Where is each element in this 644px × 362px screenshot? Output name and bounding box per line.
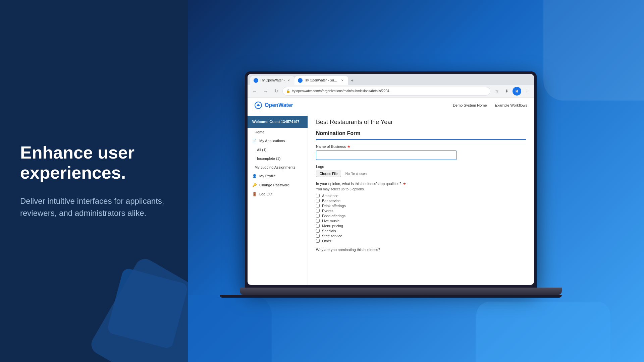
- name-of-business-input[interactable]: [316, 150, 457, 160]
- checkbox-label-8: Staff service: [322, 234, 342, 238]
- password-icon: 🔑: [252, 183, 257, 187]
- sidebar-applications-label: My Applications: [259, 139, 285, 143]
- checkbox-label-4: Food offerings: [322, 214, 345, 218]
- sidebar-password-label: Change Password: [259, 183, 289, 187]
- checkbox-events[interactable]: [316, 209, 320, 213]
- browser-tab-1[interactable]: Try OpenWater - ✕: [250, 76, 294, 85]
- browser-tab-2[interactable]: Try OpenWater - Submission ✕: [294, 76, 348, 85]
- page-title: Best Restaurants of the Year: [316, 119, 526, 126]
- checkbox-item-3: Events: [316, 209, 526, 213]
- checkbox-drink-offerings[interactable]: [316, 204, 320, 207]
- tab-label-2: Try OpenWater - Submission: [304, 78, 338, 82]
- checkbox-food-offerings[interactable]: [316, 214, 320, 218]
- sidebar-item-judging[interactable]: My Judging Assignments: [248, 163, 308, 172]
- sidebar-home-label: Home: [255, 130, 264, 134]
- name-of-business-label: Name of Business ★: [316, 144, 526, 149]
- checkbox-bar-service[interactable]: [316, 199, 320, 202]
- tab-close-2[interactable]: ✕: [340, 78, 345, 83]
- new-tab-button[interactable]: +: [348, 76, 356, 84]
- checkbox-item-1: Bar service: [316, 199, 526, 203]
- openwater-logo-icon: [254, 101, 262, 109]
- qualities-checkboxes: AmbienceBar serviceDrink offeringsEvents…: [316, 194, 526, 243]
- checkbox-label-9: Other: [322, 239, 331, 243]
- name-of-business-field: Name of Business ★: [316, 144, 526, 160]
- hero-title: Enhance user experiences.: [20, 143, 168, 183]
- checkbox-item-5: Live music: [316, 219, 526, 223]
- checkbox-item-6: Menu pricing: [316, 224, 526, 228]
- applications-icon: 📄: [252, 139, 257, 143]
- laptop-mockup: Try OpenWater - ✕ Try OpenWater - Submis…: [245, 71, 587, 298]
- sidebar-judging-label: My Judging Assignments: [255, 165, 296, 169]
- checkbox-menu-pricing[interactable]: [316, 224, 320, 228]
- sidebar-profile-label: My Profile: [259, 174, 276, 178]
- bookmark-button[interactable]: ☆: [492, 87, 501, 96]
- file-chosen-label: No file chosen: [345, 172, 367, 176]
- nav-example-workflows[interactable]: Example Workflows: [495, 103, 527, 107]
- browser-toolbar: ← → ↻ 🔒 try.openwater.com/a/organization…: [248, 85, 534, 98]
- back-button[interactable]: ←: [250, 87, 259, 96]
- app-container: OpenWater Demo System Home Example Workf…: [248, 98, 534, 285]
- checkbox-other[interactable]: [316, 239, 320, 243]
- app-nav: Demo System Home Example Workflows: [453, 103, 527, 107]
- checkbox-item-8: Staff service: [316, 234, 526, 238]
- sidebar-item-my-applications[interactable]: 📄 My Applications: [248, 136, 308, 145]
- qualities-sublabel: You may select up to 3 options.: [316, 187, 526, 191]
- sidebar-item-profile[interactable]: 👤 My Profile: [248, 172, 308, 181]
- deco-shape-bottom-right: [476, 302, 610, 362]
- checkbox-item-9: Other: [316, 239, 526, 243]
- checkbox-staff-service[interactable]: [316, 234, 320, 238]
- tab-favicon-2: [298, 78, 303, 83]
- choose-file-button[interactable]: Choose File: [316, 171, 341, 177]
- right-panel: Try OpenWater - ✕ Try OpenWater - Submis…: [188, 0, 644, 362]
- app-header: OpenWater Demo System Home Example Workf…: [248, 98, 534, 113]
- laptop-screen-frame: Try OpenWater - ✕ Try OpenWater - Submis…: [245, 71, 537, 288]
- download-button[interactable]: ⬇: [502, 87, 511, 96]
- sidebar-item-change-password[interactable]: 🔑 Change Password: [248, 181, 308, 190]
- checkbox-label-5: Live music: [322, 219, 339, 223]
- main-content: Best Restaurants of the Year Nomination …: [308, 113, 534, 285]
- checkbox-label-3: Events: [322, 209, 333, 213]
- deco-shape-bottom-left: [188, 295, 272, 362]
- logo-label: Logo: [316, 165, 526, 169]
- checkbox-item-7: Specials: [316, 229, 526, 233]
- sidebar-item-home[interactable]: Home: [248, 128, 308, 136]
- profile-icon: 👤: [252, 174, 257, 178]
- laptop-foot: [220, 295, 562, 298]
- nav-demo-home[interactable]: Demo System Home: [453, 103, 487, 107]
- forward-button[interactable]: →: [261, 87, 270, 96]
- checkbox-label-7: Specials: [322, 229, 336, 233]
- refresh-button[interactable]: ↻: [272, 87, 280, 96]
- sidebar: Welcome Guest 134574197 Home 📄 My Applic…: [248, 113, 308, 285]
- checkbox-specials[interactable]: [316, 229, 320, 233]
- checkbox-item-0: Ambience: [316, 194, 526, 198]
- menu-button[interactable]: ⋮: [523, 87, 531, 96]
- qualities-required-star: ★: [403, 182, 406, 186]
- sidebar-incomplete-label: Incomplete (1): [257, 157, 280, 161]
- sidebar-item-incomplete[interactable]: Incomplete (1): [248, 154, 308, 163]
- name-required-star: ★: [347, 144, 351, 149]
- laptop-screen: Try OpenWater - ✕ Try OpenWater - Submis…: [248, 74, 534, 285]
- tab-close-1[interactable]: ✕: [286, 78, 291, 83]
- sidebar-item-logout[interactable]: 🚪 Log Out: [248, 190, 308, 199]
- checkbox-live-music[interactable]: [316, 219, 320, 223]
- lock-icon: 🔒: [286, 89, 290, 93]
- profile-avatar[interactable]: R: [513, 87, 521, 96]
- browser-chrome: Try OpenWater - ✕ Try OpenWater - Submis…: [248, 74, 534, 98]
- form-section-title: Nomination Form: [316, 130, 526, 140]
- tab-favicon-1: [254, 78, 258, 83]
- sidebar-logout-label: Log Out: [259, 192, 272, 196]
- checkbox-label-6: Menu pricing: [322, 224, 343, 228]
- tab-label-1: Try OpenWater -: [260, 78, 285, 82]
- sidebar-item-all[interactable]: All (1): [248, 145, 308, 154]
- logout-icon: 🚪: [252, 192, 257, 196]
- logo-text: OpenWater: [265, 102, 293, 108]
- browser-actions: ☆ ⬇ R ⋮: [492, 87, 531, 96]
- left-panel: Enhance user experiences. Deliver intuit…: [0, 0, 188, 362]
- app-body: Welcome Guest 134574197 Home 📄 My Applic…: [248, 113, 534, 285]
- address-bar[interactable]: 🔒 try.openwater.com/a/organizations/main…: [282, 87, 490, 96]
- checkbox-label-1: Bar service: [322, 199, 340, 203]
- logo-field: Logo Choose File No file chosen: [316, 165, 526, 177]
- app-logo: OpenWater: [254, 101, 293, 109]
- checkbox-item-4: Food offerings: [316, 214, 526, 218]
- checkbox-ambience[interactable]: [316, 194, 320, 197]
